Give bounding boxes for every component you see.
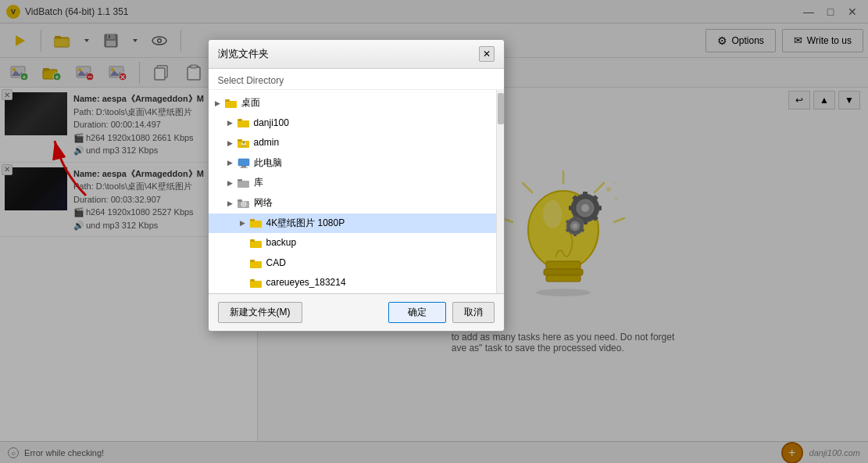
folder-icon <box>249 217 263 228</box>
dialog-close-button[interactable]: ✕ <box>479 46 495 62</box>
folder-icon <box>249 238 263 249</box>
svg-rect-77 <box>238 139 242 142</box>
svg-rect-86 <box>238 199 242 202</box>
folder-icon <box>224 98 238 109</box>
tree-item-careueyes[interactable]: ▶ careueyes_183214 <box>209 273 496 293</box>
folder-icon <box>249 278 263 289</box>
tree-item-this-pc[interactable]: ▶ 此电脑 <box>209 153 496 174</box>
user-folder-icon <box>237 138 251 149</box>
folder-icon <box>237 117 251 128</box>
svg-rect-83 <box>238 181 249 188</box>
library-icon <box>237 178 251 188</box>
tree-item-danji100[interactable]: ▶ danji100 <box>209 113 496 134</box>
dialog-title: 浏览文件夹 <box>218 47 269 61</box>
scrollbar-thumb[interactable] <box>498 93 504 124</box>
svg-rect-72 <box>225 101 237 108</box>
tree-item-label: admin <box>254 135 280 152</box>
tree-item-desktop[interactable]: ▶ 桌面 <box>209 93 496 113</box>
dialog-subtitle: Select Directory <box>209 69 504 90</box>
ok-button[interactable]: 确定 <box>388 302 446 323</box>
tree-item-label: 此电脑 <box>254 155 282 172</box>
tree-item-label: 桌面 <box>241 95 260 112</box>
expand-arrow: ▶ <box>227 197 237 210</box>
svg-rect-96 <box>250 281 262 288</box>
tree-item-label: careueyes_183214 <box>266 275 346 292</box>
svg-rect-90 <box>250 221 262 228</box>
tree-item-cad[interactable]: ▶ CAD <box>209 253 496 274</box>
tree-item-label: CAD <box>266 255 286 272</box>
dialog-titlebar: 浏览文件夹 ✕ <box>209 40 504 69</box>
dialog-footer: 新建文件夹(M) 确定 取消 <box>209 293 504 331</box>
tree-item-label: danji100 <box>254 115 289 132</box>
folder-tree: ▶ 桌面 ▶ danji100 ▶ <box>209 90 496 293</box>
network-icon <box>237 198 251 209</box>
expand-arrow: ▶ <box>227 137 237 149</box>
svg-rect-93 <box>250 239 255 242</box>
tree-item-admin[interactable]: ▶ admin <box>209 133 496 153</box>
tree-item-backup[interactable]: ▶ backup <box>209 233 496 253</box>
expand-arrow: ▶ <box>227 117 237 129</box>
svg-point-79 <box>242 141 245 143</box>
tree-item-label: 库 <box>254 174 263 192</box>
expand-arrow: ▶ <box>227 177 237 189</box>
tree-item-4k-wallpaper[interactable]: ▶ 4K壁纸图片 1080P <box>209 214 496 234</box>
tree-item-network[interactable]: ▶ 网络 <box>209 193 496 214</box>
dialog-body: ▶ 桌面 ▶ danji100 ▶ <box>209 90 504 293</box>
new-folder-button[interactable]: 新建文件夹(M) <box>218 302 302 323</box>
expand-arrow: ▶ <box>215 97 224 109</box>
svg-rect-81 <box>241 166 246 167</box>
folder-icon <box>249 258 263 269</box>
tree-item-label: 4K壁纸图片 1080P <box>266 215 345 232</box>
expand-arrow: ▶ <box>227 156 237 169</box>
svg-rect-91 <box>250 219 255 221</box>
svg-rect-97 <box>250 279 255 282</box>
svg-rect-80 <box>238 159 249 166</box>
svg-rect-82 <box>240 167 248 168</box>
pc-icon <box>237 158 251 169</box>
svg-rect-73 <box>225 99 230 102</box>
expand-arrow: ▶ <box>240 217 249 229</box>
svg-rect-95 <box>250 260 255 262</box>
svg-rect-75 <box>238 119 242 121</box>
cancel-button[interactable]: 取消 <box>452 302 495 323</box>
tree-item-label: backup <box>266 235 297 252</box>
svg-rect-74 <box>238 120 249 127</box>
tree-item-library[interactable]: ▶ 库 <box>209 173 496 193</box>
svg-rect-94 <box>250 261 262 268</box>
tree-scrollbar[interactable] <box>496 90 504 293</box>
svg-rect-92 <box>250 241 262 248</box>
modal-overlay: 浏览文件夹 ✕ Select Directory ▶ 桌面 ▶ <box>0 0 868 463</box>
svg-rect-84 <box>238 179 242 181</box>
browse-folder-dialog: 浏览文件夹 ✕ Select Directory ▶ 桌面 ▶ <box>208 39 505 332</box>
tree-item-label: 网络 <box>254 195 273 212</box>
